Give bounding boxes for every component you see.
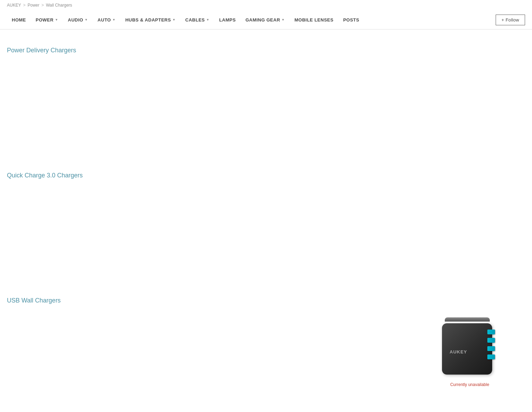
usb-port-1 (487, 330, 495, 334)
section-heading-power-delivery: Power Delivery Chargers (7, 47, 525, 54)
breadcrumb-power[interactable]: Power (28, 3, 39, 8)
nav-item-hubs[interactable]: HUBS & ADAPTERS ▼ (120, 10, 180, 29)
section-usb-wall: USB Wall Chargers AUKEY (7, 297, 525, 391)
nav-link-gaming[interactable]: GAMING GEAR ▼ (241, 10, 290, 29)
nav-label-auto: AUTO (98, 17, 111, 23)
power-delivery-grid-placeholder (7, 61, 525, 158)
breadcrumb-aukey[interactable]: AUKEY (7, 3, 21, 8)
nav-label-hubs: HUBS & ADAPTERS (125, 17, 171, 23)
product-status-unavailable: Currently unavailable (450, 382, 489, 387)
power-dropdown-caret: ▼ (55, 18, 58, 21)
usb-port-3 (487, 346, 495, 351)
nav-link-lamps[interactable]: LAMPS (214, 10, 241, 29)
nav-item-cables[interactable]: CABLES ▼ (180, 10, 214, 29)
nav-label-power: POWER (36, 17, 54, 23)
nav-link-home[interactable]: HOME (7, 10, 31, 29)
product-image-area: AUKEY (439, 315, 501, 377)
follow-button[interactable]: + Follow (496, 15, 525, 25)
section-power-delivery: Power Delivery Chargers (7, 47, 525, 158)
breadcrumb: AUKEY > Power > Wall Chargers (0, 0, 532, 10)
nav-item-power[interactable]: POWER ▼ (31, 10, 63, 29)
hubs-dropdown-caret: ▼ (172, 18, 175, 21)
nav-links: HOME POWER ▼ AUDIO ▼ AUTO ▼ HUBS & ADAPT… (7, 10, 364, 29)
breadcrumb-sep-1: > (23, 3, 26, 8)
breadcrumb-current: Wall Chargers (46, 3, 72, 8)
nav-item-audio[interactable]: AUDIO ▼ (63, 10, 93, 29)
nav-label-gaming: GAMING GEAR (245, 17, 280, 23)
usb-port-4 (487, 354, 495, 359)
audio-dropdown-caret: ▼ (84, 18, 88, 21)
nav-item-lamps[interactable]: LAMPS (214, 10, 241, 29)
product-image: AUKEY (442, 317, 497, 375)
auto-dropdown-caret: ▼ (112, 18, 115, 21)
nav-label-posts: POSTS (343, 17, 359, 23)
nav-link-cables[interactable]: CABLES ▼ (180, 10, 214, 29)
nav-item-mobile-lenses[interactable]: MOBILE LENSES (290, 10, 339, 29)
usb-ports (487, 330, 495, 359)
nav-link-mobile-lenses[interactable]: MOBILE LENSES (290, 10, 339, 29)
nav-label-home: HOME (12, 17, 26, 23)
nav-link-hubs[interactable]: HUBS & ADAPTERS ▼ (120, 10, 180, 29)
section-quick-charge: Quick Charge 3.0 Chargers (7, 172, 525, 283)
nav-item-posts[interactable]: POSTS (338, 10, 364, 29)
section-heading-usb-wall: USB Wall Chargers (7, 297, 525, 304)
quick-charge-grid-placeholder (7, 186, 525, 283)
nav-label-audio: AUDIO (68, 17, 83, 23)
navbar: HOME POWER ▼ AUDIO ▼ AUTO ▼ HUBS & ADAPT… (0, 10, 532, 29)
nav-link-audio[interactable]: AUDIO ▼ (63, 10, 93, 29)
cables-dropdown-caret: ▼ (206, 18, 209, 21)
nav-label-lamps: LAMPS (219, 17, 236, 23)
nav-item-home[interactable]: HOME (7, 10, 31, 29)
charger-top (445, 317, 490, 322)
main-content: Power Delivery Chargers Quick Charge 3.0… (0, 29, 532, 411)
charger-body: AUKEY (442, 323, 492, 375)
nav-item-auto[interactable]: AUTO ▼ (93, 10, 120, 29)
gaming-dropdown-caret: ▼ (281, 18, 285, 21)
nav-link-posts[interactable]: POSTS (338, 10, 364, 29)
usb-port-2 (487, 338, 495, 343)
nav-link-auto[interactable]: AUTO ▼ (93, 10, 120, 29)
nav-item-gaming[interactable]: GAMING GEAR ▼ (241, 10, 290, 29)
product-card-usb-wall-1[interactable]: AUKEY Currently unavailable (435, 311, 504, 391)
nav-label-cables: CABLES (185, 17, 205, 23)
section-heading-quick-charge: Quick Charge 3.0 Chargers (7, 172, 525, 179)
breadcrumb-sep-2: > (42, 3, 44, 8)
nav-link-power[interactable]: POWER ▼ (31, 10, 63, 29)
charger-brand-label: AUKEY (450, 349, 467, 354)
nav-label-mobile-lenses: MOBILE LENSES (295, 17, 334, 23)
